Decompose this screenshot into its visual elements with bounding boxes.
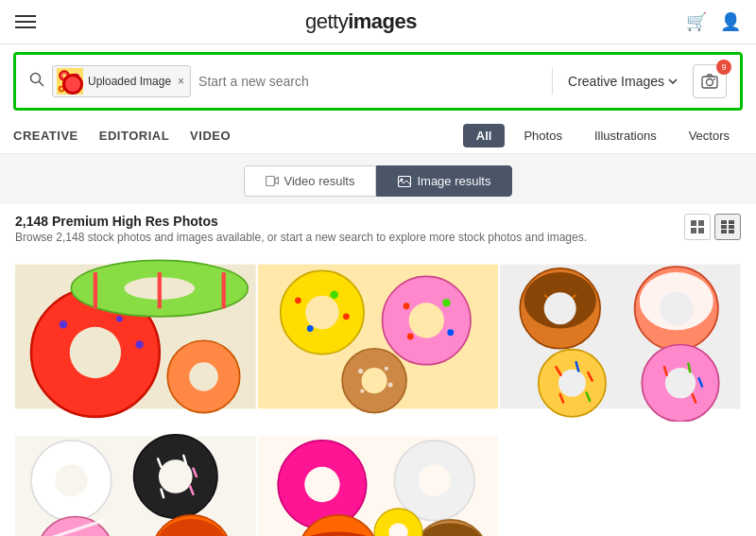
- site-logo: gettyimages: [36, 9, 686, 34]
- svg-point-39: [189, 362, 218, 391]
- svg-point-6: [75, 77, 77, 79]
- results-count: 2,148 Premium High Res Photos: [15, 214, 587, 229]
- svg-line-76: [689, 364, 691, 372]
- logo-getty: getty: [305, 9, 348, 33]
- svg-point-43: [295, 297, 301, 303]
- video-icon: [266, 176, 279, 186]
- svg-point-44: [330, 291, 337, 299]
- svg-point-58: [360, 389, 364, 393]
- uploaded-image-close[interactable]: ×: [176, 75, 186, 88]
- svg-point-42: [305, 296, 339, 330]
- svg-point-10: [60, 88, 62, 90]
- svg-rect-23: [721, 225, 727, 229]
- logo-images: images: [348, 9, 417, 33]
- video-results-button[interactable]: Video results: [244, 165, 377, 197]
- creative-dropdown-label: Creative Images: [568, 74, 664, 89]
- search-divider: [552, 68, 553, 95]
- nav-editorial[interactable]: EDITORIAL: [99, 129, 169, 143]
- search-icon: [29, 72, 44, 91]
- navigation-bar: CREATIVE EDITORIAL VIDEO All Photos Illu…: [0, 118, 756, 154]
- nav-filters: All Photos Illustrations Vectors: [463, 124, 743, 147]
- svg-point-54: [361, 368, 387, 393]
- svg-rect-11: [702, 77, 717, 88]
- results-toggle: Video results Image results: [0, 154, 756, 204]
- image-grid: [0, 248, 756, 536]
- svg-point-51: [447, 329, 454, 336]
- filter-all[interactable]: All: [463, 124, 506, 147]
- camera-icon: [701, 74, 718, 89]
- svg-point-45: [343, 313, 350, 320]
- image-results-label: Image results: [417, 174, 490, 188]
- grid-options: [684, 214, 741, 240]
- creative-images-dropdown[interactable]: Creative Images: [560, 74, 685, 89]
- filter-vectors[interactable]: Vectors: [676, 124, 743, 147]
- results-description: Browse 2,148 stock photos and images ava…: [15, 231, 587, 244]
- svg-rect-26: [729, 230, 734, 233]
- search-bar: Uploaded Image × Creative Images 9: [13, 52, 743, 111]
- user-icon[interactable]: 👤: [720, 11, 741, 32]
- image-cell-4[interactable]: [15, 424, 256, 536]
- svg-point-50: [442, 299, 450, 306]
- video-results-label: Video results: [284, 174, 355, 188]
- image-cell-3[interactable]: [500, 251, 741, 422]
- image-results-button[interactable]: Image results: [376, 165, 512, 197]
- svg-point-62: [544, 292, 576, 324]
- svg-point-29: [70, 327, 121, 378]
- svg-rect-22: [729, 220, 734, 224]
- svg-point-4: [62, 74, 66, 78]
- results-info: 2,148 Premium High Res Photos Browse 2,1…: [0, 204, 756, 248]
- grid-icon: [691, 220, 704, 233]
- svg-line-1: [40, 82, 44, 87]
- uploaded-image-tag: Uploaded Image ×: [52, 65, 191, 97]
- svg-point-46: [306, 325, 313, 332]
- cart-icon[interactable]: 🛒: [686, 11, 707, 32]
- svg-point-83: [159, 459, 193, 493]
- svg-rect-18: [698, 220, 704, 226]
- svg-point-48: [408, 303, 443, 337]
- svg-point-8: [68, 85, 72, 89]
- nav-creative[interactable]: CREATIVE: [13, 129, 78, 143]
- nav-video[interactable]: VIDEO: [190, 129, 231, 143]
- chevron-down-icon: [668, 78, 678, 84]
- svg-point-49: [403, 303, 409, 309]
- image-cell-1[interactable]: [15, 251, 256, 422]
- svg-rect-14: [266, 177, 274, 186]
- uploaded-thumbnail: [57, 68, 83, 95]
- svg-point-31: [116, 316, 123, 322]
- list-layout-button[interactable]: [714, 214, 741, 240]
- svg-point-81: [55, 464, 87, 496]
- svg-point-0: [31, 74, 41, 83]
- svg-point-99: [304, 467, 339, 502]
- header: gettyimages 🛒 👤: [0, 0, 756, 44]
- header-actions: 🛒 👤: [686, 11, 741, 32]
- svg-point-52: [407, 334, 414, 340]
- svg-rect-21: [721, 220, 727, 224]
- list-grid-icon: [721, 220, 734, 233]
- svg-point-5: [72, 74, 79, 81]
- camera-badge: 9: [716, 60, 731, 75]
- svg-point-55: [358, 369, 363, 373]
- svg-rect-25: [721, 230, 727, 233]
- svg-point-7: [66, 83, 75, 92]
- svg-point-67: [558, 370, 586, 397]
- grid-layout-button[interactable]: [684, 214, 711, 240]
- svg-rect-20: [698, 228, 704, 233]
- hamburger-menu[interactable]: [15, 15, 36, 28]
- svg-point-65: [660, 291, 694, 325]
- svg-rect-19: [691, 228, 696, 233]
- image-cell-2[interactable]: [258, 251, 499, 422]
- svg-point-101: [418, 464, 450, 496]
- nav-left: CREATIVE EDITORIAL VIDEO: [13, 129, 231, 143]
- svg-point-56: [384, 367, 387, 371]
- filter-illustrations[interactable]: Illustrations: [581, 124, 670, 147]
- svg-point-57: [387, 382, 392, 387]
- reverse-image-search-button[interactable]: 9: [693, 64, 727, 98]
- results-text: 2,148 Premium High Res Photos Browse 2,1…: [15, 214, 587, 244]
- filter-photos[interactable]: Photos: [510, 124, 575, 147]
- image-cell-5[interactable]: [258, 424, 499, 536]
- uploaded-image-label: Uploaded Image: [88, 75, 171, 88]
- svg-rect-17: [691, 220, 696, 226]
- svg-point-32: [135, 340, 143, 348]
- search-input[interactable]: [198, 74, 544, 89]
- svg-point-12: [707, 79, 713, 86]
